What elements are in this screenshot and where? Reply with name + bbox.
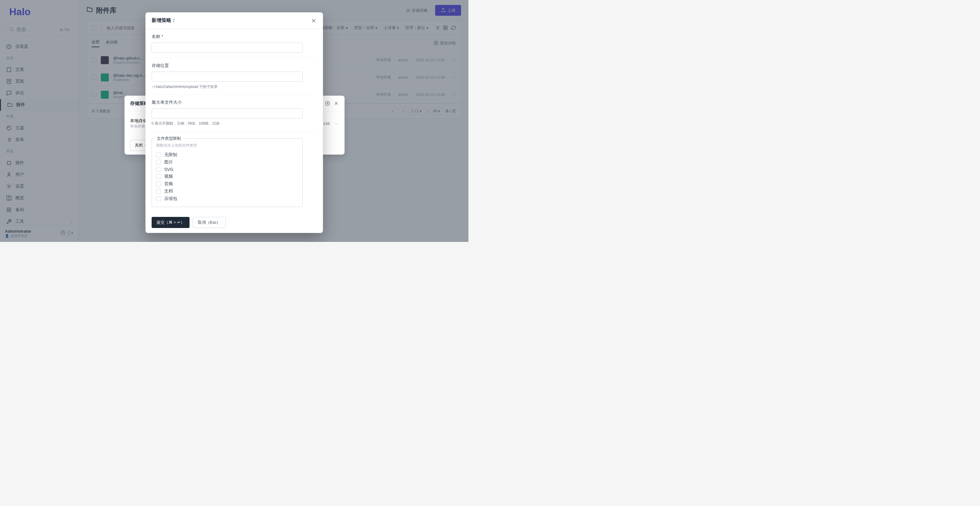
check-label: 压缩包 — [164, 196, 177, 201]
checkbox[interactable] — [156, 196, 161, 201]
name-input[interactable] — [152, 43, 302, 53]
modal-title: 新增策略： — [152, 17, 176, 24]
maxsize-hint: 0 表示不限制，示例：5KB、10MB、1GB — [152, 121, 317, 126]
check-label: SVG — [164, 167, 173, 172]
checkbox[interactable] — [156, 174, 161, 179]
more-icon[interactable]: ⋯ — [334, 121, 339, 126]
add-icon[interactable] — [325, 100, 330, 107]
check-audio[interactable]: 音频 — [156, 180, 298, 188]
submit-button[interactable]: 提交（⌘ + ↵） — [152, 217, 189, 228]
check-doc[interactable]: 文档 — [156, 188, 298, 195]
cancel-button[interactable]: 取消（Esc） — [192, 217, 226, 228]
check-label: 文档 — [164, 188, 173, 194]
location-hint: ~/.halo2/attachments/upload 下的子目录 — [152, 84, 317, 89]
filetype-hint: 限制允许上传的文件类型 — [156, 143, 298, 148]
location-label: 存储位置 — [152, 63, 317, 69]
name-label: 名称 * — [152, 34, 317, 40]
store-type: 本地存储 — [130, 124, 147, 129]
close-icon[interactable] — [333, 100, 339, 107]
checkbox[interactable] — [156, 189, 161, 194]
maxsize-input[interactable] — [152, 108, 302, 118]
checkbox[interactable] — [156, 160, 161, 165]
new-strategy-modal: 新增策略： 名称 * 存储位置 ~/.halo2/attachments/upl… — [145, 12, 323, 233]
filetype-fieldset: 文件类型限制 限制允许上传的文件类型 无限制 图片 SVG 视频 音频 文档 压… — [152, 138, 302, 207]
check-label: 图片 — [164, 160, 173, 165]
filetype-legend: 文件类型限制 — [155, 136, 183, 141]
store-name: 本地存储 — [130, 118, 147, 124]
checkbox[interactable] — [156, 167, 161, 172]
checkbox[interactable] — [156, 152, 161, 157]
check-unlimited[interactable]: 无限制 — [156, 151, 298, 159]
maxsize-label: 最大单文件大小 — [152, 100, 317, 105]
check-label: 视频 — [164, 174, 173, 179]
check-video[interactable]: 视频 — [156, 173, 298, 180]
store-count: 146 — [323, 121, 330, 126]
check-label: 无限制 — [164, 152, 177, 158]
check-archive[interactable]: 压缩包 — [156, 195, 298, 203]
check-image[interactable]: 图片 — [156, 159, 298, 166]
check-label: 音频 — [164, 181, 173, 187]
check-svg[interactable]: SVG — [156, 166, 298, 173]
close-icon[interactable] — [311, 18, 317, 24]
checkbox[interactable] — [156, 181, 161, 186]
location-input[interactable] — [152, 72, 302, 82]
